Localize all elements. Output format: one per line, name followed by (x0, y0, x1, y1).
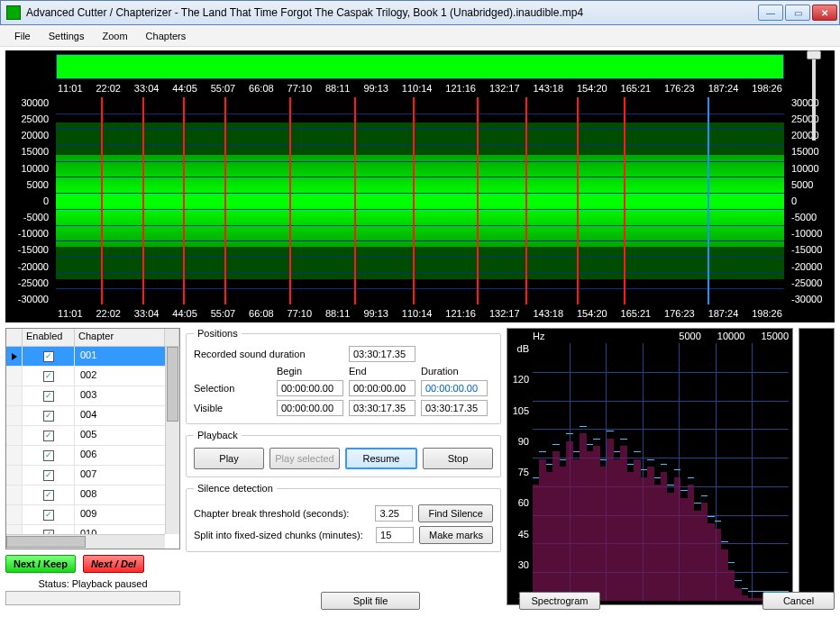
window-maximize-button[interactable]: ▭ (785, 5, 810, 21)
selection-begin[interactable]: 00:00:00.00 (277, 380, 343, 396)
status-label: Status: Playback paused (5, 578, 180, 589)
waveform-canvas[interactable] (56, 97, 784, 304)
chapter-cell: 003 (75, 386, 165, 405)
chapter-marker[interactable] (101, 97, 103, 304)
split-file-button[interactable]: Split file (321, 592, 420, 610)
app-icon (6, 5, 21, 20)
table-row[interactable]: ✓005 (6, 426, 165, 446)
menu-chapters[interactable]: Chapters (139, 28, 194, 44)
make-marks-button[interactable]: Make marks (419, 526, 493, 544)
menu-zoom[interactable]: Zoom (95, 28, 134, 44)
table-row[interactable]: ✓006 (6, 446, 165, 466)
positions-legend: Positions (194, 328, 242, 339)
menu-file[interactable]: File (7, 28, 38, 44)
selection-label: Selection (194, 383, 271, 394)
col-duration: Duration (421, 366, 488, 377)
table-row[interactable]: ✓004 (6, 406, 165, 426)
selection-duration[interactable]: 00:00:00.00 (421, 380, 488, 396)
table-row[interactable]: ✓002 (6, 367, 165, 386)
volume-meter (799, 328, 835, 605)
chapter-table[interactable]: Enabled Chapter ✓001✓002✓003✓004✓005✓006… (5, 328, 180, 549)
enabled-checkbox[interactable]: ✓ (43, 371, 54, 382)
col-end: End (349, 366, 415, 377)
stop-button[interactable]: Stop (423, 448, 493, 469)
table-vertical-scrollbar[interactable] (165, 347, 179, 534)
silence-detection-group: Silence detection Chapter break threshol… (186, 483, 501, 552)
window-titlebar: Advanced Cutter / Chapterizer - The Land… (0, 0, 840, 25)
column-header-chapter[interactable]: Chapter (75, 329, 165, 346)
playback-group: Playback Play Play selected Resume Stop (186, 430, 501, 477)
chapter-cell: 001 (75, 347, 165, 366)
next-del-button[interactable]: Next / Del (83, 555, 144, 573)
threshold-input[interactable]: 3.25 (375, 505, 413, 522)
zoom-slider-thumb[interactable] (807, 50, 821, 59)
table-row[interactable]: ✓010 (6, 525, 165, 534)
zoom-slider[interactable] (800, 50, 827, 141)
table-row[interactable]: ✓007 (6, 466, 165, 485)
playback-cursor[interactable] (708, 97, 709, 304)
visible-label: Visible (194, 403, 271, 413)
time-ruler-bottom: 11:0122:0233:0444:0555:0766:0877:1088:11… (56, 306, 784, 321)
resume-button[interactable]: Resume (345, 448, 417, 469)
chapter-marker[interactable] (142, 97, 144, 304)
column-header-enabled[interactable]: Enabled (23, 329, 75, 346)
amplitude-axis-left: 300002500020000150001000050000-5000-1000… (5, 97, 52, 304)
window-title: Advanced Cutter / Chapterizer - The Land… (26, 6, 758, 19)
positions-group: Positions Recorded sound duration 03:30:… (186, 328, 501, 424)
visible-duration[interactable]: 03:30:17.35 (421, 400, 488, 416)
chapter-cell: 002 (75, 367, 165, 386)
enabled-checkbox[interactable]: ✓ (43, 510, 54, 521)
table-corner (6, 329, 23, 346)
visible-begin[interactable]: 00:00:00.00 (277, 400, 343, 416)
hz-label: Hz (533, 331, 544, 341)
table-row[interactable]: ✓003 (6, 386, 165, 406)
row-indicator-icon (12, 353, 17, 360)
table-row[interactable]: ✓001 (6, 347, 165, 367)
enabled-checkbox[interactable]: ✓ (43, 411, 54, 422)
chunks-input[interactable]: 15 (376, 527, 414, 543)
table-horizontal-scrollbar[interactable] (6, 534, 165, 549)
threshold-label: Chapter break threshold (seconds): (194, 508, 370, 519)
menu-settings[interactable]: Settings (41, 28, 92, 44)
enabled-checkbox[interactable]: ✓ (43, 470, 54, 481)
waveform-panel[interactable]: 11:0122:0233:0444:0555:0766:0877:1088:11… (5, 50, 835, 322)
next-keep-button[interactable]: Next / Keep (5, 555, 76, 573)
chapter-cell: 004 (75, 406, 165, 425)
visible-end[interactable]: 03:30:17.35 (349, 400, 415, 416)
table-row[interactable]: ✓009 (6, 505, 165, 525)
menubar: File Settings Zoom Chapters (0, 25, 840, 47)
enabled-checkbox[interactable]: ✓ (43, 431, 54, 441)
recorded-duration-label: Recorded sound duration (194, 349, 343, 359)
enabled-checkbox[interactable]: ✓ (43, 351, 54, 362)
chapter-marker[interactable] (224, 97, 226, 304)
spectrum-display[interactable]: Hz 50001000015000 dB120105907560453015 (507, 328, 793, 605)
chapter-cell: 010 (75, 525, 165, 534)
chapter-marker[interactable] (183, 97, 185, 304)
recorded-duration-value: 03:30:17.35 (349, 346, 415, 362)
play-selected-button: Play selected (269, 448, 340, 469)
chapter-marker[interactable] (525, 97, 527, 304)
chapter-marker[interactable] (577, 97, 579, 304)
chapter-marker[interactable] (289, 97, 291, 304)
silence-legend: Silence detection (194, 483, 277, 494)
chapter-cell: 007 (75, 466, 165, 485)
enabled-checkbox[interactable]: ✓ (43, 490, 54, 501)
chapter-marker[interactable] (477, 97, 479, 304)
chapter-cell: 006 (75, 446, 165, 465)
time-ruler-top: 11:0122:0233:0444:0555:0766:0877:1088:11… (56, 81, 784, 95)
chapter-marker[interactable] (354, 97, 356, 304)
chapter-marker[interactable] (624, 97, 625, 304)
play-button[interactable]: Play (194, 448, 264, 469)
table-row[interactable]: ✓008 (6, 485, 165, 505)
enabled-checkbox[interactable]: ✓ (43, 391, 54, 402)
cancel-button[interactable]: Cancel (762, 592, 835, 610)
waveform-overview[interactable] (56, 54, 784, 79)
find-silence-button[interactable]: Find Silence (418, 504, 493, 522)
window-close-button[interactable]: ✕ (812, 5, 837, 21)
enabled-checkbox[interactable]: ✓ (43, 450, 54, 461)
window-minimize-button[interactable]: — (758, 5, 783, 21)
spectrogram-button[interactable]: Spectrogram (519, 592, 600, 610)
selection-end[interactable]: 00:00:00.00 (349, 380, 415, 396)
chapter-marker[interactable] (413, 97, 415, 304)
chapter-cell: 009 (75, 505, 165, 524)
